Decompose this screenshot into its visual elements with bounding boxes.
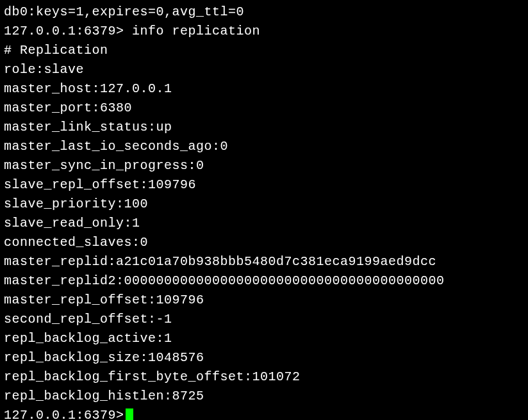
output-header: # Replication: [4, 41, 524, 60]
command-text: info replication: [132, 24, 260, 38]
output-line: master_replid:a21c01a70b938bbb5480d7c381…: [4, 252, 524, 271]
prompt: 127.0.0.1:6379>: [4, 24, 124, 38]
active-prompt-line[interactable]: 127.0.0.1:6379>: [4, 406, 524, 420]
output-line: role:slave: [4, 60, 524, 79]
output-line: connected_slaves:0: [4, 233, 524, 252]
output-line: master_replid2:0000000000000000000000000…: [4, 271, 524, 291]
output-line: master_host:127.0.0.1: [4, 79, 524, 99]
output-line: slave_repl_offset:109796: [4, 175, 524, 195]
terminal-output: db0:keys=1,expires=0,avg_ttl=0 127.0.0.1…: [4, 3, 524, 420]
output-line: second_repl_offset:-1: [4, 310, 524, 329]
output-line: slave_read_only:1: [4, 214, 524, 233]
output-line: master_sync_in_progress:0: [4, 156, 524, 175]
output-line: repl_backlog_histlen:8725: [4, 387, 524, 406]
prompt: 127.0.0.1:6379>: [4, 406, 124, 420]
output-line: repl_backlog_size:1048576: [4, 348, 524, 368]
output-line: master_last_io_seconds_ago:0: [4, 137, 524, 156]
output-line: repl_backlog_first_byte_offset:101072: [4, 368, 524, 387]
output-line-partial: db0:keys=1,expires=0,avg_ttl=0: [4, 3, 524, 22]
output-line: slave_priority:100: [4, 195, 524, 214]
cursor-icon: [126, 408, 133, 420]
command-line: 127.0.0.1:6379> info replication: [4, 22, 524, 41]
output-line: master_repl_offset:109796: [4, 291, 524, 310]
output-line: master_port:6380: [4, 99, 524, 118]
output-line: repl_backlog_active:1: [4, 329, 524, 348]
output-line: master_link_status:up: [4, 118, 524, 137]
